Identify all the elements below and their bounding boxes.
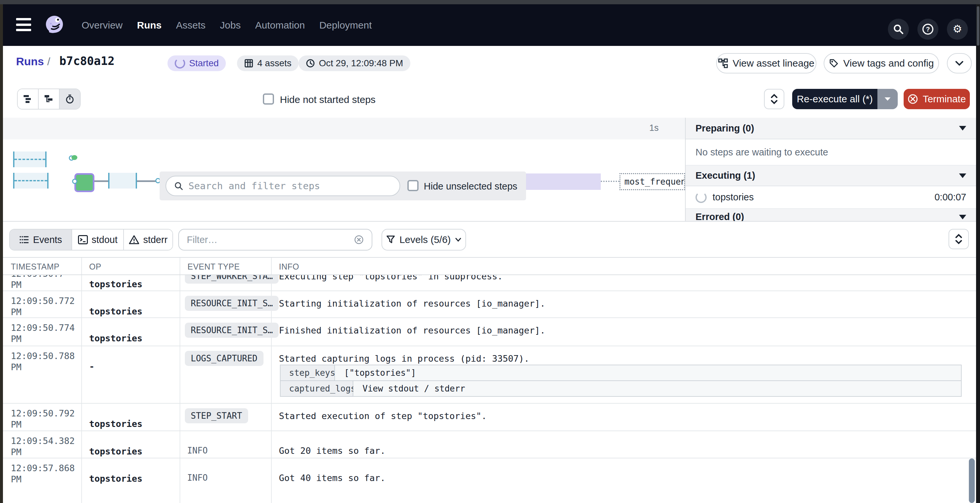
nav-item-jobs[interactable]: Jobs [220, 20, 240, 31]
panel-section-executing[interactable]: Executing (1) [686, 166, 976, 186]
table-row[interactable]: 12:09:57.868PMtopstoriesINFOGot 40 items… [3, 458, 976, 503]
nav-item-overview[interactable]: Overview [82, 20, 123, 31]
cell-timestamp-meridiem: PM [11, 306, 22, 318]
table-row[interactable]: 12:09:50.772PMtopstoriesRESOURCE_INIT_S…… [3, 291, 976, 318]
cell-timestamp-meridiem: PM [11, 361, 22, 373]
logs-scrollbar-thumb[interactable] [969, 458, 975, 503]
metadata-row: captured_logsView stdout / stderr [280, 380, 961, 396]
events-table-header: TIMESTAMP OP EVENT TYPE INFO [3, 258, 976, 275]
flat-view-button[interactable] [18, 89, 39, 109]
cell-op: topstories [89, 279, 143, 289]
tab-label: stdout [92, 234, 118, 245]
materialization-dot[interactable] [72, 155, 77, 160]
nav-item-deployment[interactable]: Deployment [319, 20, 372, 31]
collapse-chevron-icon[interactable] [959, 215, 966, 220]
help-icon[interactable]: ? [917, 19, 939, 40]
cell-op: - [89, 361, 94, 371]
event-metadata-table: step_keys["topstories"]captured_logsView… [280, 365, 962, 397]
reexecute-dropdown-button[interactable] [877, 89, 898, 109]
clear-filter-icon[interactable] [354, 235, 364, 245]
nav-menu: OverviewRunsAssetsJobsAutomationDeployme… [82, 4, 372, 46]
hide-not-started-checkbox[interactable] [263, 94, 274, 105]
terminal-icon [78, 235, 88, 244]
tag-icon [829, 58, 839, 68]
tab-stdout[interactable]: stdout [72, 229, 124, 250]
tab-stderr[interactable]: stderr [124, 229, 172, 250]
search-icon[interactable] [888, 19, 909, 40]
event-type-label: INFO [187, 446, 208, 455]
gantt-step-queued[interactable] [108, 173, 137, 189]
settings-gear-icon[interactable]: ⚙ [947, 19, 968, 40]
hamburger-menu-icon[interactable] [16, 18, 31, 31]
table-row[interactable]: 12:09:54.382PMtopstoriesINFOGot 20 items… [3, 431, 976, 458]
event-type-badge: RESOURCE_INIT_S… [185, 323, 278, 338]
panel-step-row[interactable]: topstories0:00:07 [686, 186, 976, 209]
log-filter-placeholder: Filter… [187, 234, 349, 245]
nav-item-runs[interactable]: Runs [137, 20, 162, 31]
top-nav: OverviewRunsAssetsJobsAutomationDeployme… [3, 4, 976, 46]
reexecute-all-button[interactable]: Re-execute all (*) [792, 89, 877, 109]
timer-view-button[interactable] [60, 89, 80, 109]
logs-toolbar: Eventsstdoutstderr Filter… Levels (5/6) [3, 222, 976, 257]
panel-section-preparing[interactable]: Preparing (0) [686, 118, 976, 139]
gantt-chart[interactable]: Search and filter steps Hide unselected … [3, 139, 685, 221]
collapse-chevron-icon[interactable] [959, 174, 966, 178]
logs-expand-button[interactable] [948, 229, 969, 249]
stopwatch-icon [65, 94, 75, 104]
view-tags-config-button[interactable]: View tags and config [824, 53, 939, 73]
cell-timestamp-meridiem: PM [11, 446, 22, 458]
cell-op: topstories [89, 419, 143, 429]
cell-timestamp-meridiem: PM [11, 419, 22, 431]
tab-events[interactable]: Events [10, 229, 72, 250]
cell-timestamp-meridiem: PM [11, 279, 22, 291]
page-scrollbar[interactable] [976, 4, 980, 503]
asset-grid-icon [244, 59, 253, 68]
nav-item-automation[interactable]: Automation [255, 20, 305, 31]
view-asset-lineage-button[interactable]: View asset lineage [716, 53, 816, 73]
panel-section-errored[interactable]: Errored (0) [686, 209, 976, 221]
window-top-strip [0, 0, 980, 4]
terminate-button[interactable]: Terminate [904, 89, 970, 109]
gantt-step-most-frequent[interactable]: most_frequent [619, 173, 685, 190]
gantt-step-running-topstories[interactable] [75, 173, 94, 192]
gantt-step-waiting-1[interactable] [13, 151, 46, 167]
log-filter-input[interactable]: Filter… [178, 229, 372, 250]
dagster-logo-icon[interactable] [44, 14, 65, 36]
log-tabs: Eventsstdoutstderr [9, 229, 173, 250]
up-down-chevrons-icon [770, 94, 778, 105]
cell-op: topstories [89, 333, 143, 343]
svg-text:⚙: ⚙ [953, 23, 962, 35]
step-elapsed: 0:00:07 [934, 192, 966, 203]
hide-unselected-checkbox[interactable] [407, 180, 418, 191]
up-down-chevrons-icon [955, 234, 963, 245]
gantt-step-waiting-2[interactable] [13, 173, 49, 189]
panel-resize-button[interactable] [764, 89, 784, 109]
run-id: b7c80a12 [59, 54, 115, 68]
cell-timestamp: 12:09:50.774 [11, 322, 75, 334]
step-name[interactable]: topstories [713, 192, 754, 203]
col-timestamp: TIMESTAMP [11, 262, 59, 272]
panel-section-title: Preparing (0) [695, 123, 754, 134]
page-scrollbar-thumb[interactable] [977, 6, 979, 46]
metadata-value[interactable]: View stdout / stderr [353, 381, 961, 396]
run-actions-dropdown-button[interactable] [947, 53, 972, 73]
waterfall-view-button[interactable] [39, 89, 60, 109]
breadcrumb-runs-link[interactable]: Runs [16, 55, 44, 68]
col-info: INFO [279, 262, 299, 272]
metadata-key: captured_logs [280, 381, 353, 396]
table-row[interactable]: 12:09:50.792PMtopstoriesSTEP_STARTStarte… [3, 404, 976, 431]
cell-timestamp: 12:09:50.792 [11, 407, 75, 419]
nav-item-assets[interactable]: Assets [176, 20, 205, 31]
cell-info: Started execution of step "topstories". [279, 411, 487, 421]
table-row[interactable]: 12:09:50.774PMtopstoriesRESOURCE_INIT_S…… [3, 318, 976, 346]
gantt-view-mode-group [17, 89, 81, 110]
assets-badge[interactable]: 4 assets [237, 56, 299, 71]
table-row[interactable]: 12:09:50.7PMtopstoriesSTEP_WORKER_STA…Ex… [3, 275, 976, 291]
event-type-badge: RESOURCE_INIT_S… [185, 296, 278, 311]
collapse-chevron-icon[interactable] [959, 126, 966, 131]
levels-filter-button[interactable]: Levels (5/6) [382, 229, 466, 250]
table-row[interactable]: 12:09:50.788PM-LOGS_CAPTUREDStarted capt… [3, 346, 976, 404]
event-type-badge: STEP_WORKER_STA… [185, 275, 278, 283]
step-search-input[interactable]: Search and filter steps [165, 176, 400, 196]
search-icon [174, 181, 183, 191]
